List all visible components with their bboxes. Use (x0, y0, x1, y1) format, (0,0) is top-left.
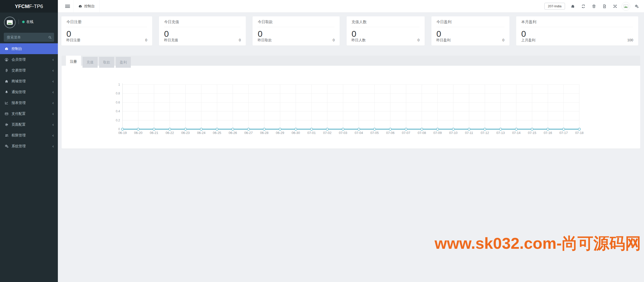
sidebar-toggle-button[interactable] (62, 0, 73, 12)
sidebar-item-transactions[interactable]: 交易管理 ‹ (0, 65, 58, 76)
search-button[interactable] (46, 33, 54, 42)
data-point-marker (515, 128, 517, 130)
x-tick-label: 06-28 (260, 131, 268, 135)
online-status-label: 在线 (26, 20, 33, 24)
data-point-marker (405, 128, 407, 130)
sidebar-menu: 控制台 会员管理 ‹ (0, 43, 58, 152)
user-panel: 在线 (0, 15, 58, 31)
x-tick-label: 07-11 (465, 131, 473, 135)
data-point-marker (484, 128, 486, 130)
data-point-marker (137, 128, 139, 130)
card-sub-value: 0 (418, 38, 420, 43)
dashboard-page: YFCMF-TP6 在线 (0, 0, 644, 282)
tab-profit[interactable]: 盈利 (116, 57, 131, 68)
card-value: 0 (352, 29, 420, 38)
brand-logo[interactable]: YFCMF-TP6 (0, 0, 58, 13)
card-title: 今日注册 (66, 20, 147, 27)
chevron-left-icon: ‹ (52, 144, 54, 148)
data-point-marker (342, 128, 344, 130)
user-avatar-small[interactable] (622, 2, 630, 11)
card-value: 0 (258, 29, 335, 38)
x-tick-label: 07-16 (544, 131, 552, 135)
data-point-marker (263, 128, 265, 130)
brand-bold: YFCM (15, 4, 29, 9)
card-sub-value: 0 (239, 38, 241, 43)
file-icon (602, 4, 607, 9)
sidebar-item-label: 权限管理 (12, 133, 26, 138)
sidebar-item-permissions[interactable]: 权限管理 ‹ (0, 130, 58, 141)
data-point-marker (421, 128, 423, 130)
chevron-left-icon: ‹ (52, 79, 54, 83)
chevron-left-icon: ‹ (52, 112, 54, 116)
data-point-marker (200, 128, 203, 130)
region-button[interactable]: 207-India (544, 3, 565, 10)
brand-rest: F-TP6 (29, 4, 43, 9)
card-sub-label: 昨日取款 (258, 38, 272, 43)
card-sub-value: 100 (627, 38, 633, 43)
tab-recharge[interactable]: 充值 (83, 57, 98, 68)
chevron-left-icon: ‹ (52, 133, 54, 137)
clear-cache-button[interactable] (589, 0, 599, 12)
sidebar-item-members[interactable]: 会员管理 ‹ (0, 54, 58, 65)
card-title: 今日取款 (258, 20, 335, 27)
gauge-icon (4, 47, 9, 51)
sidebar-item-page-config[interactable]: 页面配置 ‹ (0, 119, 58, 130)
y-tick-label: 0.8 (116, 92, 120, 95)
broken-image-icon (623, 3, 629, 9)
backup-button[interactable] (599, 0, 610, 12)
sidebar-item-payment-config[interactable]: 支付配置 ‹ (0, 108, 58, 119)
breadcrumb-tab[interactable]: 控制台 (73, 0, 100, 12)
x-tick-label: 07-02 (323, 131, 331, 135)
chevron-left-icon: ‹ (52, 122, 54, 127)
card-title: 充值人数 (352, 20, 420, 27)
sidebar-item-label: 控制台 (12, 47, 22, 51)
data-point-marker (184, 128, 187, 130)
watermark-text: www.sk032.com-尚可源码网 (435, 233, 641, 254)
y-tick-label: 1 (118, 83, 120, 86)
data-point-marker (216, 128, 218, 130)
home-icon (4, 79, 9, 83)
data-point-marker (295, 128, 297, 130)
sidebar: YFCMF-TP6 在线 (0, 0, 58, 282)
search-input[interactable] (4, 35, 46, 39)
card-title: 今日充值 (164, 20, 241, 27)
data-point-marker (389, 128, 391, 130)
user-avatar[interactable] (4, 17, 16, 28)
chart-tabs: 注册 充值 取款 盈利 (62, 56, 640, 66)
home-button[interactable] (568, 0, 578, 12)
chart-line-icon (4, 101, 9, 105)
tab-register[interactable]: 注册 (66, 56, 81, 68)
sidebar-search (4, 33, 54, 42)
chevron-left-icon: ‹ (52, 57, 54, 62)
data-point-marker (122, 128, 124, 130)
stat-card-today-profit: 今日盈利 0 昨日盈利 0 (431, 16, 509, 46)
y-tick-label: 0.4 (116, 110, 120, 113)
sidebar-item-dashboard[interactable]: 控制台 (0, 43, 58, 54)
data-point-marker (232, 128, 234, 130)
x-tick-label: 07-04 (355, 131, 363, 135)
sidebar-item-mall[interactable]: 商城管理 ‹ (0, 76, 58, 87)
fullscreen-button[interactable] (610, 0, 620, 12)
trash-icon (592, 4, 596, 9)
card-title: 本月盈利 (521, 20, 633, 27)
chart-panel: 注册 充值 取款 盈利 00.20.40.60.8106-1906-2006-2… (62, 56, 640, 149)
card-sub-value: 0 (145, 38, 147, 43)
sidebar-item-reports[interactable]: 报表管理 ‹ (0, 97, 58, 108)
sidebar-item-notifications[interactable]: 通知管理 ‹ (0, 87, 58, 97)
x-tick-label: 07-13 (496, 131, 505, 135)
data-point-marker (436, 128, 439, 130)
y-tick-label: 0 (118, 127, 120, 131)
sidebar-item-label: 交易管理 (12, 68, 26, 73)
sidebar-item-system[interactable]: 系统管理 ‹ (0, 141, 58, 152)
chevron-left-icon: ‹ (52, 68, 54, 73)
refresh-button[interactable] (578, 0, 589, 12)
y-tick-label: 0.2 (116, 119, 120, 122)
online-status: 在线 (19, 20, 33, 24)
tab-withdraw[interactable]: 取款 (99, 57, 114, 68)
settings-button[interactable] (631, 0, 642, 12)
card-value: 0 (66, 29, 147, 38)
data-point-marker (358, 128, 360, 130)
x-tick-label: 06-29 (276, 131, 284, 135)
stat-card-today-recharge: 今日充值 0 昨日充值 0 (159, 16, 246, 46)
x-tick-label: 06-20 (134, 131, 142, 135)
